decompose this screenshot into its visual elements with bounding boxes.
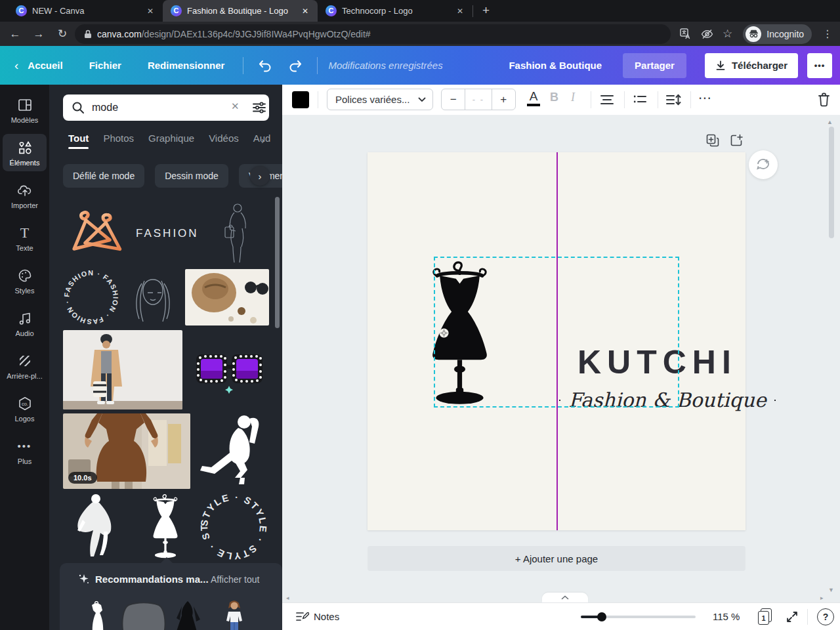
menu-file[interactable]: Fichier	[89, 60, 121, 71]
menu-resize[interactable]: Redimensionner	[148, 60, 225, 71]
font-family-dropdown[interactable]: Polices variées...	[327, 89, 433, 110]
share-button[interactable]: Partager	[623, 53, 686, 78]
document-title[interactable]: Fashion & Boutique	[509, 60, 602, 71]
reload-icon[interactable]: ↻	[52, 27, 72, 41]
italic-button[interactable]: I	[571, 91, 575, 104]
redo-icon[interactable]	[288, 59, 303, 72]
tab-tout[interactable]: Tout	[68, 133, 89, 149]
sidebar-item-audio[interactable]: Audio	[3, 304, 47, 342]
undo-icon[interactable]	[258, 59, 272, 72]
vscroll-up-icon[interactable]: ▲	[827, 119, 833, 125]
search-box[interactable]: ✕	[63, 94, 269, 121]
forward-icon[interactable]: →	[29, 28, 49, 41]
address-bar[interactable]: canva.com/design/DAEx1L36p4c/9JGJ9if8IWa…	[75, 24, 671, 44]
sidebar-item-modeles[interactable]: Modèles	[3, 91, 47, 129]
back-chevron-icon[interactable]: ‹	[14, 58, 18, 73]
help-button[interactable]: ?	[817, 608, 834, 625]
vscroll-thumb[interactable]	[829, 127, 834, 238]
tab-divider	[472, 5, 473, 17]
reco-thumb-woman-clipart[interactable]	[222, 600, 247, 630]
result-hat-photo[interactable]	[185, 269, 269, 326]
bold-button[interactable]: B	[550, 91, 558, 104]
bullet-list-button[interactable]	[633, 93, 647, 106]
chip-defile-de-mode[interactable]: Défilé de mode	[63, 164, 144, 188]
canvas-workspace[interactable]: KUTCHI Fashion & Boutique + Ajouter une …	[282, 115, 840, 602]
zoom-slider-track[interactable]	[581, 616, 696, 618]
add-page-button[interactable]: + Ajouter une page	[368, 546, 746, 571]
result-video-brown-dress[interactable]: 10.0s	[63, 413, 190, 489]
translate-icon[interactable]	[680, 28, 691, 39]
result-rhinestone-sunglasses-graphic[interactable]	[192, 340, 266, 402]
selection-box[interactable]	[434, 257, 679, 408]
browser-tab-fashion-boutique[interactable]: C Fashion & Boutique - Logo ✕	[163, 0, 318, 22]
eye-off-icon[interactable]	[701, 29, 713, 39]
tabs-overflow-chevron-icon[interactable]: ›	[261, 135, 264, 146]
add-page-icon[interactable]	[730, 134, 743, 147]
font-size-decrease-button[interactable]: −	[442, 89, 465, 110]
notes-icon[interactable]	[295, 610, 309, 623]
tab-graphique[interactable]: Graphique	[148, 133, 194, 149]
result-sitting-woman-silhouette[interactable]	[197, 412, 272, 491]
chip-dessin-mode[interactable]: Dessin mode	[155, 164, 228, 188]
reco-thumb-chair[interactable]	[118, 602, 169, 630]
color-swatch[interactable]	[292, 91, 309, 108]
pages-indicator[interactable]: 1	[758, 608, 774, 625]
menu-home[interactable]: Accueil	[28, 60, 62, 71]
show-all-link[interactable]: Afficher tout	[211, 574, 259, 585]
download-button[interactable]: Télécharger	[705, 53, 798, 78]
tab-videos[interactable]: Vidéos	[209, 133, 239, 149]
design-page[interactable]: KUTCHI Fashion & Boutique	[368, 152, 746, 530]
font-size-value[interactable]: - -	[465, 89, 492, 110]
close-icon[interactable]: ✕	[144, 5, 156, 17]
sidebar-item-elements[interactable]: Éléments	[3, 134, 47, 171]
browser-menu-icon[interactable]: ⋮	[822, 28, 833, 40]
result-fashion-sketch-woman[interactable]	[220, 202, 255, 264]
sidebar-item-plus[interactable]: ••• Plus	[3, 432, 47, 470]
line-spacing-button[interactable]	[665, 93, 681, 106]
sidebar-item-styles[interactable]: Styles	[3, 262, 47, 299]
panel-scrollbar-thumb[interactable]	[275, 197, 280, 328]
close-icon[interactable]: ✕	[299, 5, 311, 17]
delete-button[interactable]	[817, 92, 831, 107]
toolbar-more-button[interactable]: ⋯	[698, 90, 711, 106]
new-tab-button[interactable]: +	[476, 3, 496, 22]
text-color-button[interactable]: A	[525, 89, 542, 106]
zoom-slider-thumb[interactable]	[597, 612, 606, 621]
chips-scroll-right-button[interactable]: ›	[250, 166, 270, 186]
statusbar-divider	[807, 609, 808, 625]
text-align-button[interactable]	[600, 93, 614, 106]
zoom-level[interactable]: 115 %	[713, 611, 740, 622]
result-walking-woman-silhouette[interactable]	[70, 494, 119, 559]
vscroll-down-icon[interactable]: ▼	[828, 587, 834, 593]
back-icon[interactable]: ←	[5, 28, 25, 41]
reco-thumb-white-dress[interactable]	[84, 601, 109, 630]
sidebar-item-texte[interactable]: T Texte	[3, 219, 47, 257]
notes-label[interactable]: Notes	[314, 611, 339, 622]
tab-photos[interactable]: Photos	[103, 133, 134, 149]
reco-thumb-black-gown[interactable]	[173, 600, 203, 630]
sidebar-item-logos[interactable]: co. Logos	[3, 390, 47, 427]
result-hangers-fashion-graphic[interactable]: FASHION	[63, 202, 217, 264]
font-size-increase-button[interactable]: +	[492, 89, 515, 110]
result-fashion-circle-text[interactable]: FASHION · FASHION · FASHION ·	[63, 269, 119, 326]
hscroll-right-icon[interactable]: ▸	[820, 595, 824, 601]
browser-tab-new-canva[interactable]: C NEW - Canva ✕	[8, 0, 163, 22]
search-input[interactable]	[92, 94, 223, 121]
header-more-button[interactable]: •••	[807, 53, 832, 78]
result-face-sketch[interactable]	[129, 270, 177, 326]
result-dress-mannequin-white[interactable]	[146, 492, 185, 559]
result-style-circle-text[interactable]: STYLE · STYLE · STYLE · STYLE ·	[198, 492, 272, 561]
duplicate-page-icon[interactable]	[706, 134, 719, 147]
statusbar-collapse-tab[interactable]	[542, 593, 588, 602]
bookmark-star-icon[interactable]: ☆	[723, 27, 732, 41]
comment-button[interactable]	[749, 150, 778, 179]
filter-sliders-icon[interactable]	[252, 100, 266, 115]
sidebar-item-importer[interactable]: Importer	[3, 177, 47, 214]
browser-tab-technocorp[interactable]: C Technocorp - Logo ✕	[318, 0, 472, 22]
sidebar-item-arriere-plan[interactable]: Arrière-pl...	[3, 347, 47, 385]
present-fullscreen-icon[interactable]	[786, 610, 799, 623]
result-street-style-photo[interactable]	[63, 330, 182, 410]
close-icon[interactable]: ✕	[454, 5, 466, 17]
clear-search-icon[interactable]: ✕	[231, 100, 240, 112]
hscroll-left-icon[interactable]: ◂	[286, 595, 289, 601]
